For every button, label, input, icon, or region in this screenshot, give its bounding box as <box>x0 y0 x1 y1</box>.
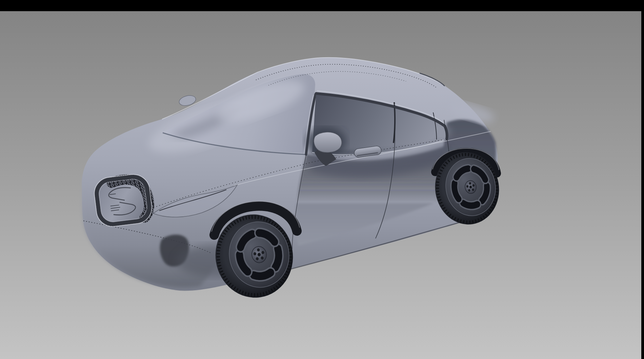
window-right-bar <box>641 0 644 359</box>
window-top-bar <box>0 0 644 11</box>
car-render <box>0 11 641 359</box>
app-window <box>0 0 644 359</box>
front-grille <box>93 172 154 228</box>
antenna-bump <box>178 94 197 107</box>
mirror-body <box>314 132 342 152</box>
model-viewport[interactable] <box>0 11 641 359</box>
car-model <box>82 58 504 303</box>
